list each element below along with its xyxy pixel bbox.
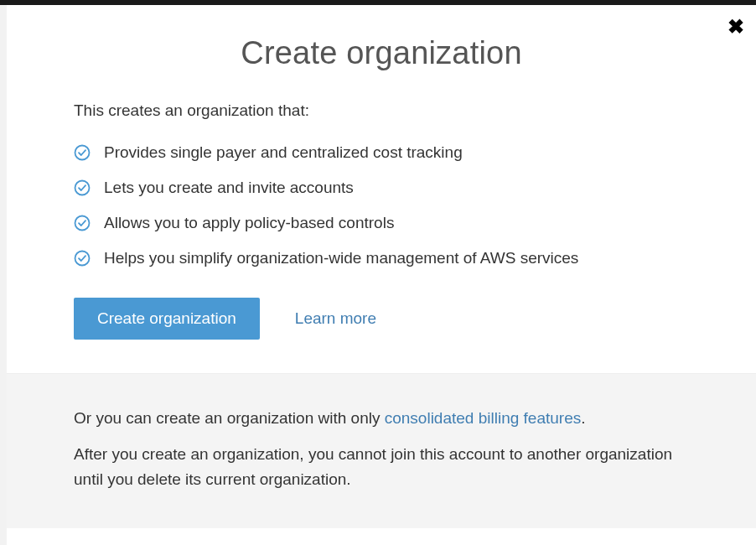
actions-row: Create organization Learn more bbox=[74, 298, 689, 340]
modal-body: This creates an organization that: Provi… bbox=[7, 88, 756, 373]
create-organization-modal: ✖ Create organization This creates an or… bbox=[7, 5, 756, 545]
feature-text: Helps you simplify organization-wide man… bbox=[104, 249, 578, 267]
alt-option-text: Or you can create an organization with o… bbox=[74, 406, 689, 430]
svg-point-2 bbox=[75, 216, 90, 231]
alt-suffix: . bbox=[581, 409, 585, 427]
svg-point-0 bbox=[75, 146, 90, 160]
feature-text: Allows you to apply policy-based control… bbox=[104, 214, 394, 232]
check-circle-icon bbox=[74, 179, 91, 196]
feature-item: Allows you to apply policy-based control… bbox=[74, 214, 689, 232]
check-circle-icon bbox=[74, 250, 91, 267]
feature-text: Lets you create and invite accounts bbox=[104, 179, 354, 197]
feature-list: Provides single payer and centralized co… bbox=[74, 143, 689, 267]
warning-text: After you create an organization, you ca… bbox=[74, 442, 689, 491]
consolidated-billing-link[interactable]: consolidated billing features bbox=[385, 409, 582, 427]
create-organization-button[interactable]: Create organization bbox=[74, 298, 260, 340]
svg-point-3 bbox=[75, 252, 90, 266]
svg-point-1 bbox=[75, 181, 90, 195]
learn-more-link[interactable]: Learn more bbox=[295, 309, 376, 328]
check-circle-icon bbox=[74, 144, 91, 161]
modal-footer: Or you can create an organization with o… bbox=[7, 373, 756, 528]
feature-item: Helps you simplify organization-wide man… bbox=[74, 249, 689, 267]
feature-item: Provides single payer and centralized co… bbox=[74, 143, 689, 162]
intro-text: This creates an organization that: bbox=[74, 101, 689, 120]
feature-item: Lets you create and invite accounts bbox=[74, 179, 689, 197]
alt-prefix: Or you can create an organization with o… bbox=[74, 409, 385, 427]
modal-header: Create organization bbox=[7, 5, 756, 88]
modal-title: Create organization bbox=[7, 35, 756, 71]
close-icon[interactable]: ✖ bbox=[728, 17, 744, 37]
feature-text: Provides single payer and centralized co… bbox=[104, 143, 463, 162]
check-circle-icon bbox=[74, 215, 91, 231]
